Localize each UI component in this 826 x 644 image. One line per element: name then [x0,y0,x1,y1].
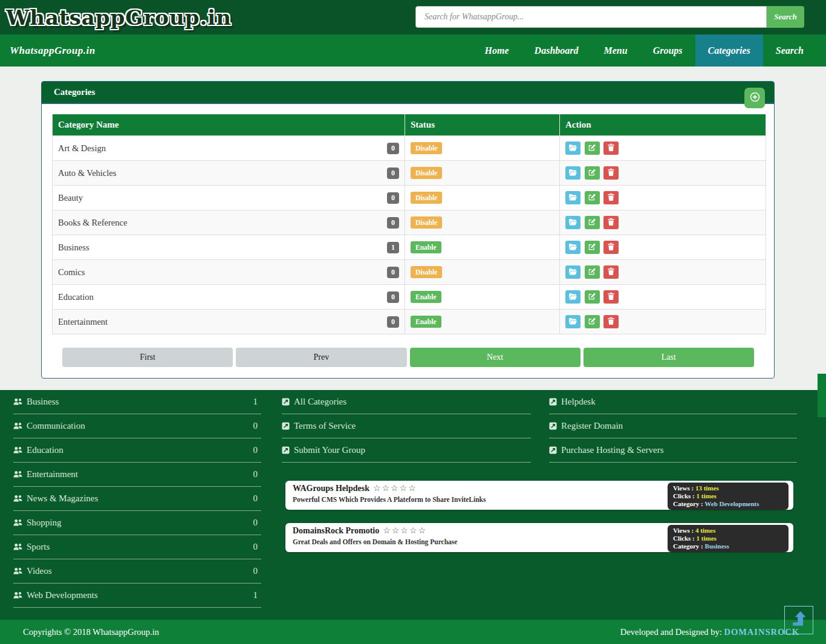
table-row: Business1 Enable [53,235,766,260]
delete-category-button[interactable] [603,191,619,204]
footer-category-list: Business1 Communication0 Education0 Ente… [13,390,261,608]
delete-category-button[interactable] [603,216,619,229]
navbar-brand[interactable]: WhatsappGroup.in [10,34,96,67]
footer-category-sports[interactable]: Sports0 [13,535,261,559]
edit-icon [588,293,596,302]
delete-category-button[interactable] [603,166,619,180]
status-toggle-button[interactable]: Disable [411,142,442,154]
footer-category-label: Web Developments [27,590,98,600]
scroll-to-top-button[interactable] [784,606,813,634]
edit-category-button[interactable] [585,191,600,204]
footer-category-education[interactable]: Education0 [13,438,261,463]
status-toggle-button[interactable]: Disable [411,192,442,204]
count-badge: 0 [387,267,399,278]
view-category-button[interactable] [565,141,580,155]
view-category-button[interactable] [565,290,580,304]
category-name: Comics [58,267,85,278]
footer-links-left: All Categories Terms of Service Submit Y… [282,390,531,463]
view-category-button[interactable] [565,241,580,254]
footer-category-videos[interactable]: Videos0 [13,559,261,584]
delete-category-button[interactable] [603,315,619,328]
footer-link-helpdesk[interactable]: Helpdesk [549,390,797,414]
delete-category-button[interactable] [603,290,619,304]
pagination-prev-button[interactable]: Prev [236,348,406,367]
add-category-button[interactable] [744,88,765,108]
clicks-label: Clicks : [673,492,695,499]
status-toggle-button[interactable]: Disable [411,266,442,278]
scrollbar-thumb[interactable] [818,374,826,417]
delete-category-button[interactable] [603,141,619,155]
main-navbar: WhatsappGroup.in Home Dashboard Menu Gro… [0,34,826,67]
edit-icon [588,194,596,203]
edit-category-button[interactable] [585,141,600,155]
users-icon [13,422,22,430]
view-category-button[interactable] [565,191,580,204]
table-row: Comics0 Disable [53,260,766,285]
status-toggle-button[interactable]: Enable [411,241,441,253]
trash-icon [608,242,614,252]
promo-card-wagroups-helpdesk[interactable]: WAGroups Helpdesk☆☆☆☆☆ Powerful CMS Whic… [285,481,793,510]
pagination-last-button[interactable]: Last [584,348,754,367]
delete-category-button[interactable] [603,265,619,279]
nav-item-menu[interactable]: Menu [591,34,640,67]
promo-card-domainsrock[interactable]: DomainsRock Promotio☆☆☆☆☆ Great Deals an… [285,523,793,552]
footer-category-business[interactable]: Business1 [13,390,261,414]
footer-link-submit-your-group[interactable]: Submit Your Group [282,438,531,463]
edit-category-button[interactable] [585,166,600,180]
footer-category-shopping[interactable]: Shopping0 [13,511,261,535]
footer-link-purchase-hosting[interactable]: Purchase Hosting & Servers [549,438,797,463]
footer-link-label: Purchase Hosting & Servers [561,445,664,455]
copyright-bar: Copyrights © 2018 WhatsappGroup.in Devel… [0,620,826,644]
footer-link-register-domain[interactable]: Register Domain [549,414,797,438]
pagination-next-button[interactable]: Next [410,348,580,367]
footer-category-web-developments[interactable]: Web Developments1 [13,584,261,608]
status-toggle-button[interactable]: Disable [411,167,442,179]
count-badge: 0 [387,291,399,303]
folder-open-icon [569,169,577,178]
nav-item-groups[interactable]: Groups [640,34,695,67]
edit-category-button[interactable] [585,315,600,328]
nav-item-search[interactable]: Search [763,34,816,67]
main-content: Categories Category Name Status Action A… [0,67,826,390]
edit-category-button[interactable] [585,216,600,229]
nav-item-home[interactable]: Home [472,34,522,67]
external-link-square-icon [549,422,557,430]
footer-category-count: 0 [253,421,262,431]
status-toggle-button[interactable]: Disable [411,216,442,229]
edit-icon [588,218,596,227]
delete-category-button[interactable] [603,241,619,254]
level-up-arrow-icon [789,610,808,631]
folder-open-icon [569,144,577,153]
nav-item-dashboard[interactable]: Dashboard [522,34,591,67]
view-category-button[interactable] [565,265,580,279]
footer-category-entertainment[interactable]: Entertainment0 [13,463,261,487]
view-category-button[interactable] [565,315,580,328]
panel-title: Categories [54,87,95,97]
site-logo[interactable]: WhatsappGroup.in [6,5,232,30]
footer-category-communication[interactable]: Communication0 [13,414,261,438]
view-category-button[interactable] [565,216,580,229]
footer-category-label: Entertainment [27,469,78,480]
footer-link-all-categories[interactable]: All Categories [282,390,531,414]
trash-icon [608,168,614,178]
edit-category-button[interactable] [585,241,600,254]
footer-category-news-magazines[interactable]: News & Magazines0 [13,487,261,511]
pagination-first-button[interactable]: First [62,348,233,367]
status-toggle-button[interactable]: Enable [411,316,441,328]
status-toggle-button[interactable]: Enable [411,291,441,303]
edit-icon [588,317,596,327]
footer-category-label: Videos [27,566,52,576]
footer-category-label: Sports [27,542,50,552]
users-icon [13,519,22,527]
search-button[interactable]: Search [767,6,804,28]
users-icon [13,495,22,503]
views-value: 13 times [695,484,719,492]
footer-link-terms-of-service[interactable]: Terms of Service [282,414,531,438]
nav-item-categories[interactable]: Categories [695,34,763,67]
users-icon [13,470,22,478]
edit-category-button[interactable] [585,290,600,304]
view-category-button[interactable] [565,166,580,180]
edit-category-button[interactable] [585,265,600,279]
category-name: Entertainment [58,317,108,327]
search-input[interactable] [415,6,767,28]
